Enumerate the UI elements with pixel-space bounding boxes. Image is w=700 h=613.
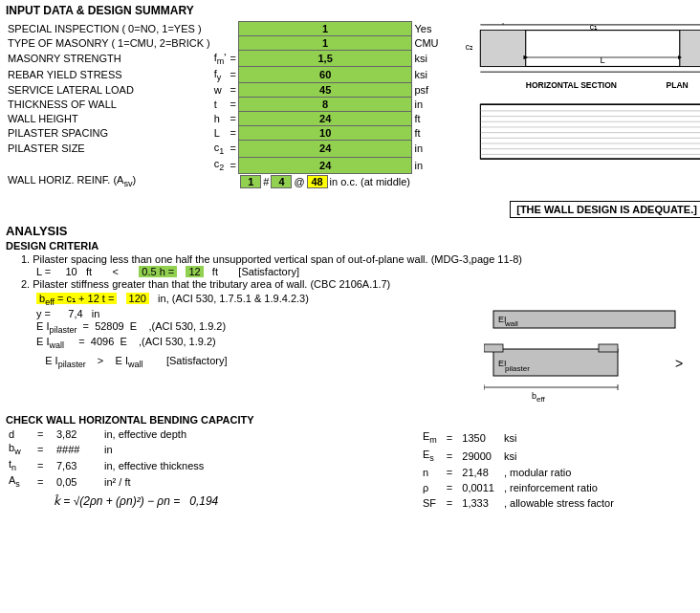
SF-eq: = — [443, 496, 456, 510]
As-unit: in² / ft — [101, 473, 207, 490]
special-inspection-value: 1 — [238, 22, 412, 36]
pilaster-size-c1-unit: in — [412, 141, 441, 157]
wall-reinf-hash: # — [263, 176, 269, 187]
wall-reinf-label: WALL HORIZ. REINF. (Asv) — [6, 173, 212, 189]
wall-reinf-val2: 4 — [271, 175, 292, 188]
half-h-label: 0.5 h = — [139, 266, 177, 277]
svg-text:wall: wall — [504, 319, 518, 328]
h-val: 12 — [186, 266, 203, 277]
n-val: 21,48 — [458, 466, 498, 479]
beff-val: 120 — [126, 293, 149, 304]
rho-unit: , reinforcement ratio — [500, 481, 618, 494]
wall-thickness-value: 8 — [238, 98, 412, 112]
table-row: TYPE OF MASONRY ( 1=CMU, 2=BRICK ) 1 CMU — [6, 36, 441, 51]
pilaster-spacing-symbol: L — [212, 126, 229, 141]
masonry-strength-symbol: fm' — [212, 51, 229, 67]
bw-eq: = — [34, 441, 54, 457]
check-title: CHECK WALL HORIZONTAL BENDING CAPACITY — [6, 414, 694, 426]
EI-pil-val: 52809 — [95, 320, 124, 332]
service-load-eq: = — [228, 83, 238, 98]
design-criteria-title: DESIGN CRITERIA — [6, 240, 694, 252]
svg-text:c₂: c₂ — [465, 42, 472, 52]
bw-label: bw — [6, 441, 34, 457]
wall-thickness-eq: = — [228, 98, 238, 112]
EI-wall-val: 4096 — [91, 336, 114, 347]
EI-comparison-line: E Ipilaster > E Iwall [Satisfactory] — [36, 355, 476, 369]
svg-text:L: L — [600, 55, 604, 65]
beff-unit: in, (ACI 530, 1.7.5.1 & 1.9.4.2.3) — [158, 293, 309, 304]
analysis-item2-body: beff = c₁ + 12 t = 120 in, (ACI 530, 1.7… — [36, 292, 694, 408]
table-row: PILASTER SPACING L = 10 ft — [6, 126, 441, 141]
L-label: L = — [36, 266, 51, 277]
svg-rect-2 — [679, 31, 700, 67]
check-left: d = 3,82 in, effective depth bw = #### i… — [6, 427, 407, 512]
table-row: tn = 7,63 in, effective thickness — [6, 457, 207, 473]
EI-diagram-svg: EI wall EI pilaster b eff > — [484, 292, 700, 406]
Em-eq: = — [443, 429, 456, 446]
table-row: SPECIAL INSPECTION ( 0=NO, 1=YES ) 1 Yes — [6, 22, 441, 36]
EI-pil-unit: E — [130, 320, 137, 332]
EI-pil-line: E Ipilaster = 52809 E ,(ACI 530, 1.9.2) — [36, 320, 476, 335]
analysis-item1-calc: L = 10 ft < 0.5 h = 12 ft [Satisfactory] — [36, 266, 694, 277]
item2-left: beff = c₁ + 12 t = 120 in, (ACI 530, 1.7… — [36, 292, 476, 408]
svg-text:pilaster: pilaster — [505, 364, 530, 373]
SF-val: 1,333 — [458, 496, 498, 510]
pilaster-size-c1-eq: = — [228, 141, 238, 157]
wall-thickness-symbol: t — [212, 98, 229, 112]
d-eq: = — [34, 427, 54, 441]
svg-rect-34 — [493, 311, 675, 328]
wall-reinf-val1: 1 — [240, 175, 261, 188]
svg-rect-38 — [484, 344, 503, 352]
wall-reinf-sub: sv — [123, 174, 132, 186]
table-row: SF = 1,333 , allowable stress factor — [419, 496, 618, 510]
beff-line: beff = c₁ + 12 t = 120 in, (ACI 530, 1.7… — [36, 293, 476, 307]
n-unit: , modular ratio — [500, 466, 618, 479]
pilaster-size-c2-eq: = — [228, 157, 238, 173]
bw-unit: in — [101, 441, 207, 457]
rebar-yield-eq: = — [228, 67, 238, 83]
EI-wall-note: ,(ACI 530, 1.9.2) — [139, 336, 216, 347]
svg-text:c₁: c₁ — [589, 23, 597, 32]
EI-wall-unit: E — [120, 336, 126, 347]
table-row: As = 0,05 in² / ft — [6, 473, 207, 490]
pilaster-size-c2-symbol: c2 — [212, 157, 229, 173]
masonry-type-value: 1 — [238, 36, 412, 51]
h-unit: ft — [212, 266, 218, 277]
As-eq: = — [34, 473, 54, 490]
adequate-box: [THE WALL DESIGN IS ADEQUATE.] — [510, 201, 700, 218]
formula-val: 0,194 — [189, 494, 218, 508]
special-inspection-label: SPECIAL INSPECTION ( 0=NO, 1=YES ) — [6, 22, 212, 36]
tn-label: tn — [6, 457, 34, 473]
Em-unit: ksi — [500, 429, 618, 446]
table-row: WALL HORIZ. REINF. (Asv) 1 # 4 @ 48 in o… — [6, 173, 441, 189]
input-table: SPECIAL INSPECTION ( 0=NO, 1=YES ) 1 Yes… — [6, 21, 441, 189]
wall-height-symbol: h — [212, 112, 229, 126]
n-eq: = — [443, 466, 456, 479]
svg-text:eff: eff — [536, 395, 546, 404]
wall-height-value: 24 — [238, 112, 412, 126]
item1-result: [Satisfactory] — [238, 266, 299, 277]
table-row: Es = 29000 ksi — [419, 448, 618, 464]
analysis-item1: 1. Pilaster spacing less than one half t… — [21, 253, 694, 265]
page: INPUT DATA & DESIGN SUMMARY SPECIAL INSP… — [0, 0, 700, 515]
masonry-strength-unit: ksi — [412, 51, 441, 67]
masonry-strength-eq: = — [228, 51, 238, 67]
wall-height-eq: = — [228, 112, 238, 126]
check-right: Em = 1350 ksi Es = 29000 ksi n — [417, 427, 694, 512]
table-row: Em = 1350 ksi — [419, 429, 618, 446]
d-label: d — [6, 427, 34, 441]
pilaster-size-c2-value: 24 — [238, 157, 412, 173]
formula-line: k̂ = √(2ρn + (ρn)²) − ρn = 0,194 — [54, 494, 407, 508]
pilaster-size-c1-value: 24 — [238, 141, 412, 157]
bw-val: #### — [54, 441, 101, 457]
Es-eq: = — [443, 448, 456, 464]
L-unit: ft — [86, 266, 92, 277]
masonry-type-unit: CMU — [412, 36, 441, 51]
As-val: 0,05 — [54, 473, 101, 490]
table-row: REBAR YIELD STRESS fy = 60 ksi — [6, 67, 441, 83]
service-load-unit: psf — [412, 83, 441, 98]
input-right: c₁ c₂ L — [445, 21, 700, 218]
table-row: PILASTER SIZE c1 = 24 in — [6, 141, 441, 157]
wall-height-unit: ft — [412, 112, 441, 126]
SF-unit: , allowable stress factor — [500, 496, 618, 510]
